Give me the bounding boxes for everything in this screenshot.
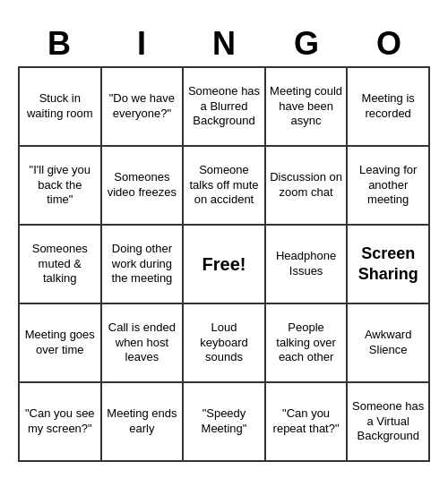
bingo-cell-12[interactable]: Free!: [184, 226, 266, 304]
bingo-cell-24[interactable]: Someone has a Virtual Background: [348, 383, 430, 462]
bingo-cell-16[interactable]: Call is ended when host leaves: [102, 304, 185, 383]
header-n: N: [185, 25, 263, 63]
header-i: I: [102, 25, 181, 63]
bingo-cell-18[interactable]: People talking over each other: [266, 304, 349, 383]
bingo-card: B I N G O Stuck in waiting room"Do we ha…: [9, 16, 439, 471]
header-o: O: [349, 25, 428, 63]
bingo-cell-3[interactable]: Meeting could have been async: [266, 68, 349, 147]
bingo-cell-23[interactable]: "Can you repeat that?": [266, 383, 349, 462]
bingo-cell-9[interactable]: Leaving for another meeting: [348, 147, 430, 226]
bingo-cell-13[interactable]: Headphone Issues: [266, 226, 349, 304]
bingo-cell-15[interactable]: Meeting goes over time: [20, 304, 102, 383]
bingo-grid: Stuck in waiting room"Do we have everyon…: [18, 66, 430, 462]
bingo-cell-17[interactable]: Loud keyboard sounds: [184, 304, 266, 383]
bingo-cell-5[interactable]: "I'll give you back the time": [20, 147, 102, 226]
bingo-cell-7[interactable]: Someone talks off mute on accident: [184, 147, 266, 226]
bingo-cell-2[interactable]: Someone has a Blurred Background: [184, 68, 266, 147]
bingo-cell-21[interactable]: Meeting ends early: [102, 383, 185, 462]
bingo-cell-11[interactable]: Doing other work during the meeting: [102, 226, 185, 304]
bingo-cell-8[interactable]: Discussion on zoom chat: [266, 147, 349, 226]
bingo-cell-22[interactable]: "Speedy Meeting": [184, 383, 266, 462]
bingo-header: B I N G O: [18, 25, 430, 63]
bingo-cell-14[interactable]: Screen Sharing: [348, 226, 430, 304]
bingo-cell-10[interactable]: Someones muted & talking: [20, 226, 102, 304]
bingo-cell-19[interactable]: Awkward Slience: [348, 304, 430, 383]
bingo-cell-0[interactable]: Stuck in waiting room: [20, 68, 102, 147]
bingo-cell-1[interactable]: "Do we have everyone?": [102, 68, 185, 147]
bingo-cell-6[interactable]: Someones video freezes: [102, 147, 185, 226]
header-g: G: [267, 25, 346, 63]
header-b: B: [20, 25, 99, 63]
bingo-cell-4[interactable]: Meeting is recorded: [348, 68, 430, 147]
bingo-cell-20[interactable]: "Can you see my screen?": [20, 383, 102, 462]
